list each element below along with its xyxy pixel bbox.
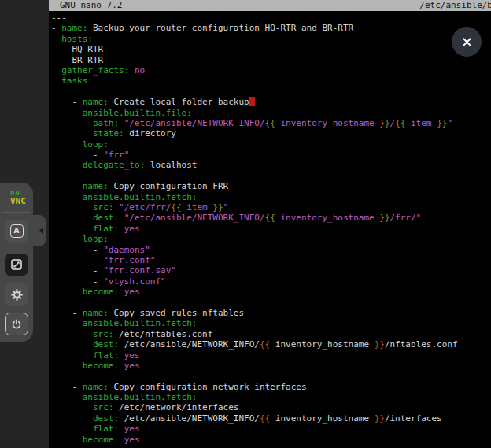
power-button[interactable] [5,313,28,335]
terminal-line: state: directory [51,128,491,139]
terminal-line: path: "/etc/ansible/NETWORK_INFO/{{ inve… [51,118,491,128]
terminal-line: flat: yes [51,350,491,361]
close-button[interactable] [452,27,482,57]
terminal-line: - HQ-RTR [51,44,491,54]
terminal-line: - "vtysh.conf" [51,276,491,287]
terminal-line: flat: yes [51,224,491,234]
terminal-line: gather_facts: no [51,65,491,76]
terminal-line: - name: Copy configuration FRR [51,181,491,191]
close-icon [461,36,473,48]
terminal-line: tasks: [51,76,491,86]
terminal-line: loop: [51,234,491,244]
terminal-line [51,171,491,181]
terminal-line: delegate_to: localhost [51,160,491,170]
terminal-line: dest: /etc/ansible/NETWORK_INFO/{{ inven… [51,339,491,350]
terminal-line: - "daemons" [51,245,491,255]
terminal-line: - "frr.conf" [51,255,491,265]
collapse-left-arrow-icon [39,228,43,234]
terminal-line: - name: Copy saved rules nftables [51,308,491,318]
a-key-icon: A [10,224,24,238]
terminal-line: ansible.builtin.fetch: [51,192,491,202]
text-cursor [249,97,255,106]
terminal-line: hosts: [51,34,491,44]
terminal-line: dest: "/etc/ansible/NETWORK_INFO/{{ inve… [51,213,491,223]
nano-titlebar: GNU nano 7.2 /etc/ansible/b [49,0,491,11]
terminal-line: - name: Backup your router configuration… [51,23,491,33]
terminal-line: src: /etc/nftables.conf [51,329,491,339]
terminal-line: become: yes [51,287,491,297]
terminal-line: - BR-RTR [51,55,491,65]
terminal-line [51,298,491,308]
terminal-line: - "frr.conf.sav" [51,265,491,276]
terminal-line: dest: /etc/ansible/NETWORK_INFO/{{ inven… [51,413,491,424]
nano-version: GNU nano 7.2 [60,0,122,11]
terminal-line [51,87,491,97]
extra-keys-button[interactable]: A [5,220,28,243]
vnc-control-strip: no VNC A [0,0,49,448]
vnc-control-panel: no VNC A [0,183,33,342]
terminal-line: loop: [51,139,491,150]
terminal-line: ansible.builtin.fetch: [51,318,491,328]
terminal-line: src: "/etc/frr/{{ item }}" [51,202,491,213]
terminal-line [51,371,491,381]
gear-icon [10,288,24,302]
vnc-remote-screen[interactable]: GNU nano 7.2 /etc/ansible/b ---- name: B… [49,0,491,448]
terminal-line: - name: Copy configuration network inter… [51,382,491,392]
fullscreen-button[interactable] [5,254,28,276]
terminal-line: ansible.builtin.file: [51,108,491,118]
terminal-line: - "frr" [51,150,491,160]
settings-button[interactable] [5,283,28,306]
power-icon [10,318,23,331]
nano-editor[interactable]: ---- name: Backup your router configurat… [51,13,491,448]
terminal-line: flat: yes [51,424,491,434]
fullscreen-icon [10,258,23,271]
terminal-line: ansible.builtin.fetch: [51,392,491,402]
terminal-line: src: /etc/network/interfaces [51,402,491,413]
novnc-logo-bottom: VNC [10,197,26,205]
panel-divider [3,212,30,213]
nano-file-path: /etc/ansible/b [419,0,491,11]
terminal-line: become: yes [51,361,491,371]
terminal-line: become: yes [51,435,491,445]
terminal-line: --- [51,13,491,23]
terminal-line: - name: Create local folder backup [51,97,491,107]
control-bar-handle[interactable] [33,215,46,246]
novnc-logo: no VNC [10,190,26,205]
